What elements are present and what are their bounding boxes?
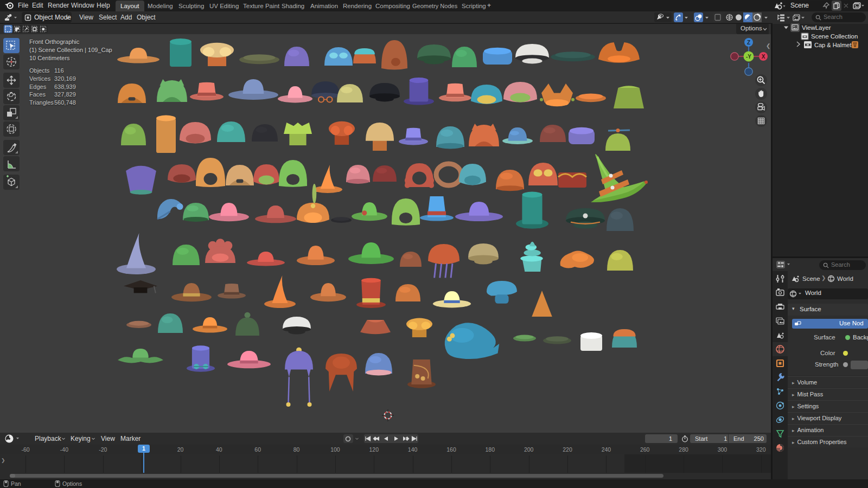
svg-text:Scene Collection: Scene Collection [811,33,858,40]
svg-text:Pan: Pan [11,480,21,487]
svg-text:Cap & Halmet: Cap & Halmet [814,42,851,48]
svg-text:Z: Z [747,40,750,46]
svg-text:X: X [762,54,765,60]
svg-text:-Y: -Y [746,54,751,60]
svg-text:ViewLayer: ViewLayer [802,24,831,31]
svg-text:Options: Options [62,480,82,487]
